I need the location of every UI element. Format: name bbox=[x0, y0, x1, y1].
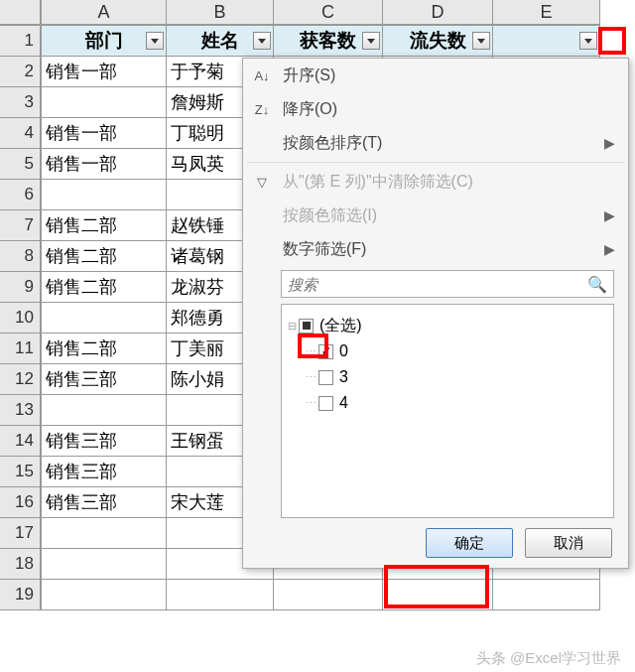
checkbox-unchecked[interactable] bbox=[318, 396, 333, 411]
corner-cell[interactable] bbox=[0, 0, 42, 26]
submenu-arrow-icon: ▶ bbox=[604, 207, 628, 223]
cell-A13[interactable] bbox=[42, 395, 167, 426]
row-header[interactable]: 16 bbox=[0, 487, 42, 518]
cell-A12[interactable]: 销售三部 bbox=[42, 364, 167, 395]
cell-A3[interactable] bbox=[42, 87, 167, 118]
cell-A2[interactable]: 销售一部 bbox=[42, 57, 167, 87]
row-header[interactable]: 4 bbox=[0, 118, 42, 149]
filter-button[interactable] bbox=[472, 32, 490, 50]
sort-by-color[interactable]: 按颜色排序(T) ▶ bbox=[243, 126, 628, 160]
col-header-C[interactable]: C bbox=[274, 0, 383, 26]
cancel-button[interactable]: 取消 bbox=[525, 528, 612, 558]
cell-A1[interactable]: 部门 bbox=[42, 26, 167, 57]
row-header[interactable]: 1 bbox=[0, 26, 42, 57]
filter-item-0[interactable]: ⋯ 0 bbox=[306, 338, 607, 364]
filter-item-label: 4 bbox=[339, 394, 348, 412]
row-header[interactable]: 13 bbox=[0, 395, 42, 426]
checkbox-checked[interactable] bbox=[318, 344, 333, 359]
cell-C19[interactable] bbox=[274, 580, 383, 610]
highlight-filter-button bbox=[598, 27, 626, 55]
cell-D19[interactable] bbox=[383, 580, 493, 610]
filter-item-label: 3 bbox=[339, 368, 348, 386]
row-header[interactable]: 10 bbox=[0, 303, 42, 334]
sort-asc[interactable]: A↓ 升序(S) bbox=[243, 59, 628, 92]
row-header[interactable]: 5 bbox=[0, 149, 42, 180]
row-header[interactable]: 3 bbox=[0, 87, 42, 118]
filter-button[interactable] bbox=[253, 32, 271, 50]
filter-button[interactable] bbox=[579, 32, 597, 50]
filter-by-color-label: 按颜色筛选(I) bbox=[281, 205, 604, 226]
filter-button[interactable] bbox=[146, 32, 164, 50]
cell-A6[interactable] bbox=[42, 180, 167, 210]
cell-B1[interactable]: 姓名 bbox=[167, 26, 274, 57]
col-header-B[interactable]: B bbox=[167, 0, 274, 26]
cell-E19[interactable] bbox=[493, 580, 600, 610]
dialog-buttons: 确定 取消 bbox=[243, 518, 628, 560]
number-filter-label: 数字筛选(F) bbox=[281, 239, 604, 260]
cell-A19[interactable] bbox=[42, 580, 167, 610]
ok-button[interactable]: 确定 bbox=[426, 528, 513, 558]
row-header[interactable]: 17 bbox=[0, 518, 42, 549]
row-header[interactable]: 7 bbox=[0, 210, 42, 241]
row-header[interactable]: 8 bbox=[0, 241, 42, 272]
cell-A17[interactable] bbox=[42, 518, 167, 549]
cell-D1[interactable]: 流失数 bbox=[383, 26, 493, 57]
sort-by-color-label: 按颜色排序(T) bbox=[281, 133, 604, 154]
col-header-D[interactable]: D bbox=[383, 0, 493, 26]
filter-item-label: (全选) bbox=[319, 316, 362, 336]
cell-A14[interactable]: 销售三部 bbox=[42, 426, 167, 457]
cell-A15[interactable]: 销售三部 bbox=[42, 457, 167, 487]
sort-asc-label: 升序(S) bbox=[281, 66, 628, 86]
cell-A16[interactable]: 销售三部 bbox=[42, 487, 167, 518]
cell-A4[interactable]: 销售一部 bbox=[42, 118, 167, 149]
row-header[interactable]: 6 bbox=[0, 180, 42, 210]
col-header-E[interactable]: E bbox=[493, 0, 600, 26]
row-header[interactable]: 18 bbox=[0, 549, 42, 580]
submenu-arrow-icon: ▶ bbox=[604, 135, 628, 151]
row-header[interactable]: 11 bbox=[0, 334, 42, 364]
cell-A18[interactable] bbox=[42, 549, 167, 580]
cell-A10[interactable] bbox=[42, 303, 167, 334]
filter-item-label: 0 bbox=[339, 342, 348, 360]
cell-E1[interactable] bbox=[493, 26, 600, 57]
tree-toggle-icon: ⊟ bbox=[288, 320, 297, 333]
filter-item-selectall[interactable]: ⊟ (全选) bbox=[288, 313, 607, 338]
number-filter[interactable]: 数字筛选(F) ▶ bbox=[243, 232, 628, 266]
cell-A7[interactable]: 销售二部 bbox=[42, 210, 167, 241]
filter-dropdown-menu: A↓ 升序(S) Z↓ 降序(O) 按颜色排序(T) ▶ ▽ 从"(第 E 列)… bbox=[242, 58, 629, 569]
filter-item-3[interactable]: ⋯ 3 bbox=[306, 364, 607, 390]
row-header[interactable]: 14 bbox=[0, 426, 42, 457]
checkbox-indeterminate[interactable] bbox=[299, 319, 314, 334]
sort-asc-icon: A↓ bbox=[243, 68, 281, 83]
col-header-A[interactable]: A bbox=[42, 0, 167, 26]
row-header[interactable]: 19 bbox=[0, 580, 42, 610]
sort-desc[interactable]: Z↓ 降序(O) bbox=[243, 92, 628, 126]
cell-C1[interactable]: 获客数 bbox=[274, 26, 383, 57]
filter-search-input[interactable] bbox=[288, 276, 587, 293]
filter-item-4[interactable]: ⋯ 4 bbox=[306, 390, 607, 416]
clear-filter-label: 从"(第 E 列)"中清除筛选(C) bbox=[281, 172, 628, 193]
submenu-arrow-icon: ▶ bbox=[604, 241, 628, 257]
checkbox-unchecked[interactable] bbox=[318, 370, 333, 385]
row-header[interactable]: 9 bbox=[0, 272, 42, 303]
search-icon: 🔍 bbox=[587, 275, 607, 294]
filter-search-box[interactable]: 🔍 bbox=[281, 270, 614, 298]
watermark: 头条 @Excel学习世界 bbox=[476, 649, 621, 668]
col-header-row: A B C D E bbox=[0, 0, 600, 26]
cell-A11[interactable]: 销售二部 bbox=[42, 334, 167, 364]
filter-values-tree: ⊟ (全选) ⋯ 0 ⋯ 3 ⋯ 4 bbox=[281, 304, 614, 518]
row-header[interactable]: 15 bbox=[0, 457, 42, 487]
row-header[interactable]: 2 bbox=[0, 57, 42, 87]
funnel-icon: ▽ bbox=[243, 175, 281, 190]
sort-desc-icon: Z↓ bbox=[243, 102, 281, 117]
filter-button[interactable] bbox=[362, 32, 380, 50]
cell-B19[interactable] bbox=[167, 580, 274, 610]
cell-A9[interactable]: 销售二部 bbox=[42, 272, 167, 303]
clear-filter: ▽ 从"(第 E 列)"中清除筛选(C) bbox=[243, 165, 628, 199]
sort-desc-label: 降序(O) bbox=[281, 99, 628, 120]
cell-A5[interactable]: 销售一部 bbox=[42, 149, 167, 180]
row-header[interactable]: 12 bbox=[0, 364, 42, 395]
cell-A8[interactable]: 销售二部 bbox=[42, 241, 167, 272]
filter-by-color: 按颜色筛选(I) ▶ bbox=[243, 199, 628, 232]
